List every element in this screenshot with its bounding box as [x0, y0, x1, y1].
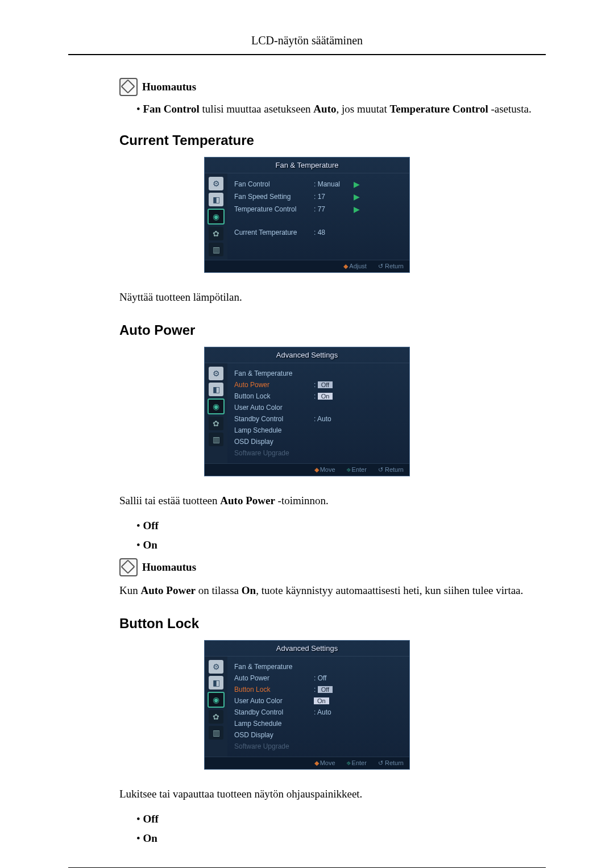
note-icon: [119, 558, 138, 576]
arrow-right-icon: ▶: [354, 205, 360, 214]
text: , jos muutat: [336, 103, 389, 115]
osd-sidebar-icon: ◧: [209, 383, 223, 396]
osd-footer-label: Move: [320, 759, 335, 766]
section-title-auto-power: Auto Power: [119, 322, 546, 338]
osd-value: : 48: [314, 229, 354, 236]
text: on tilassa: [196, 584, 242, 596]
osd-value-highlight: Off: [318, 686, 333, 693]
page-header: LCD-näytön säätäminen: [68, 34, 546, 55]
osd-value-highlight: Off: [318, 381, 333, 388]
osd-label: Auto Power: [234, 674, 314, 682]
osd-footer-label: Adjust: [349, 263, 367, 269]
osd-sidebar-icon: ▥: [209, 243, 223, 256]
osd-footer: ◆Move ⎆Enter ↺ Return: [205, 463, 409, 476]
osd-value-prefix: :: [314, 392, 318, 400]
osd-footer-label: Return: [385, 263, 404, 269]
text: tulisi muuttaa asetukseen: [200, 103, 314, 115]
section-paragraph: Lukitsee tai vapauttaa tuotteen näytön o…: [119, 787, 546, 802]
text-bold: Fan Control: [143, 103, 199, 115]
text-bold: Auto: [313, 103, 336, 115]
list-item-on: On: [136, 539, 546, 551]
osd-sidebar-icon: ✿: [209, 227, 223, 240]
text-bold: Temperature Control: [389, 103, 488, 115]
osd-sidebar-icon-active: ◉: [208, 209, 225, 225]
osd-footer-label: Return: [385, 759, 404, 766]
osd-label: Current Temperature: [234, 229, 314, 236]
osd-sidebar-icon: ◧: [209, 676, 223, 690]
osd-value-highlight: On: [318, 393, 333, 400]
osd-footer-label: Enter: [352, 759, 367, 766]
osd-label-disabled: Software Upgrade: [234, 742, 314, 750]
osd-label: OSD Display: [234, 438, 314, 446]
osd-label: Fan & Temperature: [234, 369, 314, 377]
osd-sidebar: ⚙ ◧ ◉ ✿ ▥: [205, 363, 227, 463]
osd-advanced-settings-auto-power: Advanced Settings ⚙ ◧ ◉ ✿ ▥ Fan & Temper…: [204, 347, 410, 476]
osd-title: Advanced Settings: [205, 641, 409, 657]
osd-sidebar-icon-active: ◉: [208, 398, 225, 414]
osd-footer-label: Enter: [352, 466, 367, 473]
enter-icon: ⎆: [347, 759, 351, 766]
return-icon: ↺: [378, 263, 383, 269]
osd-sidebar-icon: ⚙: [209, 177, 223, 190]
osd-label: Temperature Control: [234, 205, 314, 213]
osd-footer: ◆Adjust ↺ Return: [205, 260, 409, 272]
list-item-off: Off: [136, 813, 546, 825]
osd-value: : Manual: [314, 180, 354, 188]
osd-row: Fan Control : Manual ▶: [234, 178, 403, 190]
section-title-button-lock: Button Lock: [119, 616, 546, 632]
text-bold: Auto Power: [140, 584, 196, 596]
osd-title: Advanced Settings: [205, 347, 409, 363]
move-icon: ◆: [314, 759, 319, 766]
osd-value: : Auto: [314, 708, 354, 716]
section-paragraph: Sallii tai estää tuotteen Auto Power -to…: [119, 493, 546, 509]
osd-label: Standby Control: [234, 415, 314, 423]
text: -asetusta.: [488, 103, 532, 115]
text: Sallii tai estää tuotteen: [119, 495, 220, 506]
osd-value: : Off: [314, 674, 354, 682]
enter-icon: ⎆: [347, 466, 351, 473]
section-paragraph: Näyttää tuotteen lämpötilan.: [119, 290, 546, 305]
osd-row: Current Temperature : 48: [234, 227, 403, 238]
osd-row: Fan Speed Setting : 17 ▶: [234, 190, 403, 203]
section-title-current-temperature: Current Temperature: [119, 132, 546, 148]
osd-value: : 17: [314, 193, 354, 201]
arrow-right-icon: ▶: [354, 180, 360, 189]
osd-value-prefix: :: [314, 686, 318, 693]
osd-label: OSD Display: [234, 731, 314, 739]
return-icon: ↺: [378, 759, 383, 766]
text: , tuote käynnistyy automaattisesti heti,…: [256, 584, 523, 596]
osd-label-selected: Button Lock: [234, 686, 314, 693]
note-label: Huomautus: [142, 81, 196, 93]
osd-value: : Auto: [314, 415, 354, 423]
osd-label: Fan Control: [234, 180, 314, 188]
return-icon: ↺: [378, 466, 383, 473]
osd-sidebar-icon-active: ◉: [208, 692, 225, 708]
osd-label: Fan & Temperature: [234, 663, 314, 671]
osd-label: Button Lock: [234, 392, 314, 400]
text-bold: Auto Power: [220, 495, 275, 506]
osd-footer-label: Move: [320, 466, 335, 473]
osd-sidebar: ⚙ ◧ ◉ ✿ ▥: [205, 173, 227, 260]
text: Kun: [119, 584, 140, 596]
osd-label: Fan Speed Setting: [234, 193, 314, 201]
note-label: Huomautus: [142, 561, 196, 574]
osd-sidebar-icon: ⚙: [209, 367, 223, 380]
osd-title: Fan & Temperature: [205, 157, 409, 173]
text: -toiminnon.: [275, 495, 329, 506]
osd-label: User Auto Color: [234, 697, 314, 705]
osd-value-highlight: On: [314, 697, 329, 704]
osd-label: User Auto Color: [234, 404, 314, 412]
osd-label: Lamp Schedule: [234, 426, 314, 434]
arrow-right-icon: ▶: [354, 192, 360, 201]
osd-footer: ◆Move ⎆Enter ↺ Return: [205, 757, 409, 769]
osd-sidebar-icon: ⚙: [209, 660, 223, 674]
osd-sidebar: ⚙ ◧ ◉ ✿ ▥: [205, 657, 227, 757]
text-bold: On: [242, 584, 256, 596]
osd-advanced-settings-button-lock: Advanced Settings ⚙ ◧ ◉ ✿ ▥ Fan & Temper…: [204, 640, 410, 770]
osd-footer-label: Return: [385, 466, 404, 473]
osd-label: Standby Control: [234, 708, 314, 716]
osd-value-prefix: :: [314, 381, 318, 389]
osd-label: Lamp Schedule: [234, 720, 314, 728]
osd-value: : 77: [314, 205, 354, 213]
osd-row: Temperature Control : 77 ▶: [234, 203, 403, 215]
